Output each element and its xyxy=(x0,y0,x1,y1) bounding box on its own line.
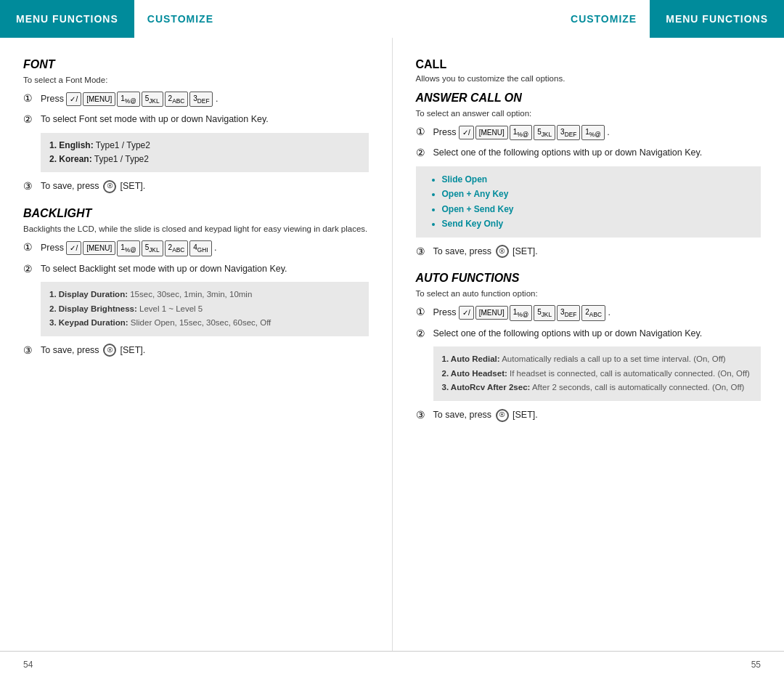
set-icon-answer: ⦿ xyxy=(496,245,509,258)
font-step3: ③ To save, press ⦿ [SET]. xyxy=(23,179,369,194)
backlight-title: BACKLIGHT xyxy=(23,207,369,220)
answer-call-title: ANSWER CALL ON xyxy=(416,92,761,105)
answer-step1: ① Press ✓/ [MENU] 1%@ 5JKL 3DEF 1%@ . xyxy=(416,125,761,140)
auto-step3: ③ To save, press ⦿ [SET]. xyxy=(416,408,761,423)
menu-functions-left: MENU FUNCTIONS xyxy=(0,0,134,38)
font-step1: ① Press ✓/ [MENU] 1%@ 5JKL 2ABC 3DEF . xyxy=(23,92,369,107)
backlight-step2: ② To select Backlight set mode with up o… xyxy=(23,262,369,277)
page-number-left: 54 xyxy=(23,660,33,670)
font-title: FONT xyxy=(23,58,369,71)
auto-functions-subtitle: To select an auto function option: xyxy=(416,289,761,298)
call-section: CALL Allows you to customize the call op… xyxy=(416,58,761,83)
main-content: FONT To select a Font Mode: ① Press ✓/ [… xyxy=(0,38,784,651)
menu-functions-right: MENU FUNCTIONS xyxy=(650,0,784,38)
set-icon-auto: ⦿ xyxy=(496,409,509,422)
answer-key-seq: ✓/ [MENU] 1%@ 5JKL 3DEF 1%@ xyxy=(459,125,605,140)
set-icon-backlight: ⦿ xyxy=(103,344,116,357)
auto-step2: ② Select one of the following options wi… xyxy=(416,327,761,341)
call-title: CALL xyxy=(416,58,761,71)
auto-functions-title: AUTO FUNCTIONS xyxy=(416,272,761,285)
backlight-info-box: 1. Display Duration: 15sec, 30sec, 1min,… xyxy=(41,282,369,336)
answer-call-subtitle: To select an answer call option: xyxy=(416,109,761,118)
font-step2: ② To select Font set mode with up or dow… xyxy=(23,113,369,127)
customize-left: CUSTOMIZE xyxy=(134,0,226,38)
call-subtitle: Allows you to customize the call options… xyxy=(416,74,761,83)
backlight-section: BACKLIGHT Backlights the LCD, while the … xyxy=(23,207,369,357)
auto-key-seq: ✓/ [MENU] 1%@ 5JKL 3DEF 2ABC xyxy=(459,305,605,320)
left-panel: FONT To select a Font Mode: ① Press ✓/ [… xyxy=(0,38,393,651)
auto-info-box: 1. Auto Redial: Automatically redials a … xyxy=(433,346,761,401)
answer-bullet-box: Slide Open Open + Any Key Open + Send Ke… xyxy=(416,166,761,238)
font-subtitle: To select a Font Mode: xyxy=(23,76,369,84)
page-number-right: 55 xyxy=(751,660,761,670)
header-right: CUSTOMIZE MENU FUNCTIONS xyxy=(392,0,784,38)
font-info-box: 1. English: Type1 / Type2 2. Korean: Typ… xyxy=(41,133,369,172)
backlight-subtitle: Backlights the LCD, while the slide is c… xyxy=(23,224,369,233)
set-icon-font: ⦿ xyxy=(103,180,116,193)
page-header: MENU FUNCTIONS CUSTOMIZE CUSTOMIZE MENU … xyxy=(0,0,784,38)
auto-functions-section: AUTO FUNCTIONS To select an auto functio… xyxy=(416,272,761,422)
font-key-seq: ✓/ [MENU] 1%@ 5JKL 2ABC 3DEF xyxy=(66,92,213,107)
answer-step3: ③ To save, press ⦿ [SET]. xyxy=(416,245,761,259)
page-footer: 54 55 xyxy=(0,651,784,677)
backlight-step1: ① Press ✓/ [MENU] 1%@ 5JKL 2ABC 4GHI . xyxy=(23,240,369,256)
auto-step1: ① Press ✓/ [MENU] 1%@ 5JKL 3DEF 2ABC . xyxy=(416,305,761,320)
answer-call-section: ANSWER CALL ON To select an answer call … xyxy=(416,92,761,259)
right-panel: CALL Allows you to customize the call op… xyxy=(393,38,785,651)
font-section: FONT To select a Font Mode: ① Press ✓/ [… xyxy=(23,58,369,194)
backlight-key-seq: ✓/ [MENU] 1%@ 5JKL 2ABC 4GHI xyxy=(66,240,211,256)
customize-right: CUSTOMIZE xyxy=(558,0,650,38)
backlight-step3: ③ To save, press ⦿ [SET]. xyxy=(23,344,369,358)
answer-step2: ② Select one of the following options wi… xyxy=(416,146,761,161)
header-left: MENU FUNCTIONS CUSTOMIZE xyxy=(0,0,392,38)
